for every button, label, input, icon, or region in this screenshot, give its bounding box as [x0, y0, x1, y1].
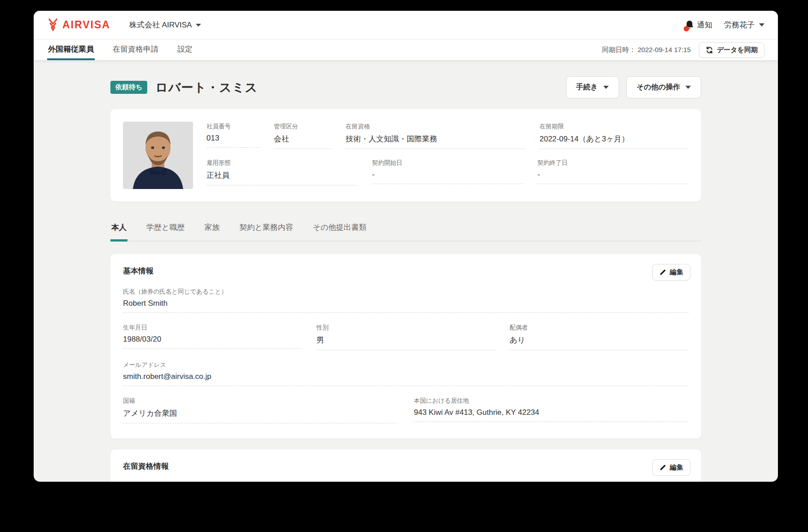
- residence-info-title: 在留資格情報: [123, 461, 689, 471]
- summary-field-residence-status: 在留資格 技術・人文知識・国際業務: [346, 123, 525, 149]
- app-header: AIRVISA 株式会社 AIRVISA 通知: [34, 11, 778, 40]
- page-title: ロバート・スミス: [155, 79, 258, 96]
- basic-info-field-email: メールアドレス smith.robert@airvisa.co.jp: [123, 361, 689, 386]
- summary-field-employee-number: 社員番号 013: [206, 123, 259, 149]
- basic-info-field-gender: 性別 男: [316, 324, 496, 350]
- notification-label: 通知: [697, 20, 712, 30]
- procedures-button[interactable]: 手続き: [566, 76, 619, 98]
- basic-info-field-birthdate: 生年月日 1988/03/20: [123, 324, 302, 350]
- tab-contract-duties[interactable]: 契約と業務内容: [238, 222, 294, 242]
- employee-photo: [123, 122, 193, 189]
- tab-honnin[interactable]: 本人: [110, 222, 127, 242]
- data-sync-button[interactable]: データを同期: [699, 42, 764, 58]
- user-name: 労務花子: [724, 20, 755, 30]
- airvisa-logo-icon: [47, 18, 59, 32]
- chevron-down-icon: [685, 86, 691, 89]
- chevron-down-icon: [759, 23, 764, 26]
- residence-info-card: 在留資格情報 編集: [110, 449, 701, 482]
- pencil-icon: [659, 269, 666, 276]
- company-selector-label: 株式会社 AIRVISA: [129, 20, 192, 30]
- basic-info-card: 基本情報 編集 氏名（旅券の氏名と同じであること） Robert Smith: [110, 254, 701, 439]
- tab-education-career[interactable]: 学歴と職歴: [145, 222, 185, 242]
- notification-badge-dot: [684, 26, 689, 31]
- basic-info-field-home-address: 本国における居住地 943 Kiwi Av #413, Guthrie, KY …: [414, 397, 689, 423]
- company-selector[interactable]: 株式会社 AIRVISA: [129, 20, 202, 30]
- app-window: AIRVISA 株式会社 AIRVISA 通知: [34, 11, 778, 482]
- tab-family[interactable]: 家族: [203, 222, 220, 242]
- status-badge: 依頼待ち: [110, 81, 147, 94]
- employee-summary-card: 社員番号 013 管理区分 会社 在留資格 技術・人文知識・国際業務 在留期: [110, 109, 701, 202]
- basic-info-field-name: 氏名（旅券の氏名と同じであること） Robert Smith: [123, 288, 689, 313]
- nav-tab-settings[interactable]: 設定: [176, 40, 193, 60]
- detail-tabs: 本人 学歴と職歴 家族 契約と業務内容 その他提出書類: [110, 222, 701, 242]
- nav-tab-foreign-employees[interactable]: 外国籍従業員: [47, 40, 95, 60]
- chevron-down-icon: [603, 86, 609, 89]
- airvisa-logo: AIRVISA: [47, 18, 110, 32]
- nav-tab-residence-applications[interactable]: 在留資格申請: [112, 40, 159, 60]
- basic-info-field-spouse: 配偶者 あり: [509, 324, 689, 350]
- refresh-icon: [706, 46, 713, 54]
- basic-info-title: 基本情報: [123, 266, 689, 276]
- pencil-icon: [659, 464, 666, 471]
- summary-field-contract-start: 契約開始日 -: [372, 159, 523, 185]
- chevron-down-icon: [196, 24, 201, 26]
- notification-button[interactable]: 通知: [685, 20, 712, 31]
- basic-info-edit-button[interactable]: 編集: [652, 264, 690, 281]
- main-nav: 外国籍従業員 在留資格申請 設定 同期日時： 2022-09-14 17:15 …: [34, 40, 778, 60]
- user-menu[interactable]: 労務花子: [724, 20, 764, 30]
- tab-other-documents[interactable]: その他提出書類: [312, 222, 368, 242]
- sync-datetime: 同期日時： 2022-09-14 17:15: [602, 46, 691, 54]
- basic-info-field-nationality: 国籍 アメリカ合衆国: [123, 397, 398, 423]
- summary-field-employment-type: 雇用形態 正社員: [206, 159, 358, 185]
- summary-field-contract-end: 契約終了日 -: [537, 159, 689, 185]
- residence-info-edit-button[interactable]: 編集: [652, 459, 690, 476]
- summary-field-residence-expiry: 在留期限 2022-09-14（あと3ヶ月）: [540, 123, 689, 149]
- content-area: 依頼待ち ロバート・スミス 手続き その他の操作: [34, 60, 778, 482]
- summary-field-management-category: 管理区分 会社: [274, 123, 331, 149]
- other-actions-button[interactable]: その他の操作: [626, 76, 701, 98]
- airvisa-logo-text: AIRVISA: [62, 19, 110, 31]
